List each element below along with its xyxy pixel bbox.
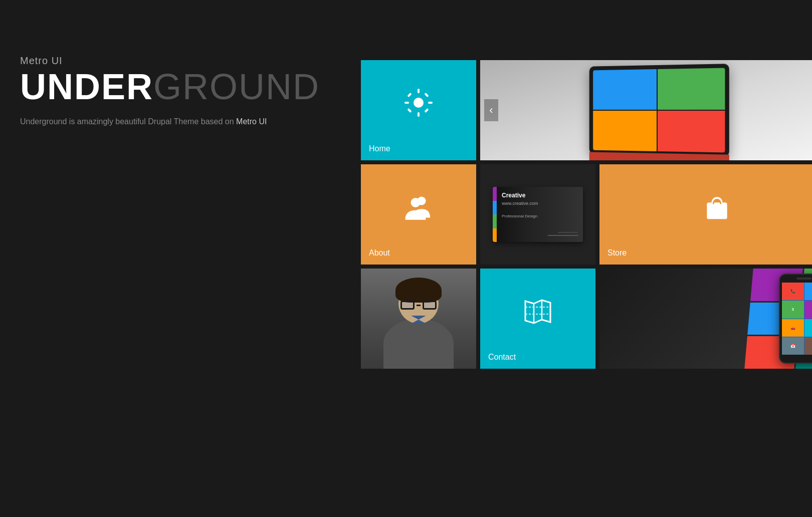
- title-under: UNDER: [20, 67, 153, 107]
- home-tile-label: Home: [369, 144, 390, 153]
- card-stripe-3: [493, 214, 497, 228]
- svg-rect-3: [404, 102, 409, 104]
- svg-rect-8: [424, 108, 429, 113]
- svg-rect-5: [407, 93, 412, 97]
- card-title: Creative: [502, 192, 576, 199]
- metro-label: Metro UI: [20, 55, 331, 67]
- title-row: UNDERGROUND: [20, 69, 331, 105]
- phone-visual-area: 📞 📷 3 ✉ 🚗 ⚙ 📅 🗺: [599, 269, 812, 369]
- svg-rect-2: [418, 112, 420, 117]
- svg-point-0: [414, 98, 424, 108]
- card-line-1: [548, 235, 578, 236]
- card-stripe-4: [493, 228, 497, 242]
- svg-point-10: [411, 198, 421, 207]
- bizcard-tile[interactable]: Creative www.creative.com Professional D…: [480, 164, 595, 265]
- right-panel: Home: [351, 0, 812, 369]
- svg-rect-7: [407, 108, 412, 113]
- home-tile[interactable]: Home: [361, 60, 476, 160]
- person-photo-area: [361, 269, 476, 369]
- about-tile[interactable]: About: [361, 164, 476, 265]
- phone-screen: 📞 📷 3 ✉ 🚗 ⚙ 📅 🗺: [782, 283, 812, 355]
- card-text-area: Creative www.creative.com Professional D…: [493, 187, 583, 223]
- nav-left-arrow[interactable]: ‹: [484, 99, 498, 121]
- store-tile-icon-area: [599, 164, 812, 265]
- card-stripe-1: [493, 187, 497, 201]
- svg-rect-4: [428, 102, 433, 104]
- person-glasses: [399, 300, 438, 311]
- phone-tile[interactable]: 📞 📷 3 ✉ 🚗 ⚙ 📅 🗺: [599, 269, 812, 369]
- card-stripe-2: [493, 201, 497, 215]
- business-card: Creative www.creative.com Professional D…: [493, 187, 583, 242]
- left-panel: Metro UI UNDERGROUND Underground is amaz…: [0, 0, 351, 148]
- svg-rect-6: [424, 93, 429, 97]
- title-ground: GROUND: [153, 67, 320, 107]
- card-line-2: [558, 232, 578, 233]
- contact-tile-label: Contact: [488, 353, 516, 362]
- person-body: [383, 319, 454, 369]
- sun-icon: [403, 88, 434, 118]
- phone-device: 📞 📷 3 ✉ 🚗 ⚙ 📅 🗺: [779, 274, 812, 364]
- bag-icon: [703, 193, 731, 221]
- surface-tile[interactable]: ‹ ›: [480, 60, 812, 160]
- svg-rect-11: [707, 202, 727, 219]
- card-info: Professional Design: [502, 214, 576, 218]
- contact-tile[interactable]: Contact: [480, 269, 595, 369]
- highlight-text: Metro UI: [236, 117, 267, 126]
- bizcard-visual: Creative www.creative.com Professional D…: [480, 164, 595, 265]
- person-hair: [395, 278, 442, 303]
- about-tile-label: About: [369, 248, 390, 257]
- tiles-grid: Home: [361, 60, 812, 369]
- person-tile[interactable]: [361, 269, 476, 369]
- card-subtitle: www.creative.com: [502, 201, 576, 206]
- map-icon: [523, 296, 553, 326]
- phone-speaker: [796, 278, 811, 280]
- store-tile[interactable]: Store: [599, 164, 812, 265]
- person-bg: [361, 269, 476, 369]
- store-tile-label: Store: [607, 248, 627, 257]
- svg-rect-1: [418, 89, 420, 93]
- description: Underground is amazingly beautiful Drupa…: [20, 115, 301, 128]
- person-bowtie: [411, 316, 426, 324]
- people-icon: [403, 192, 434, 222]
